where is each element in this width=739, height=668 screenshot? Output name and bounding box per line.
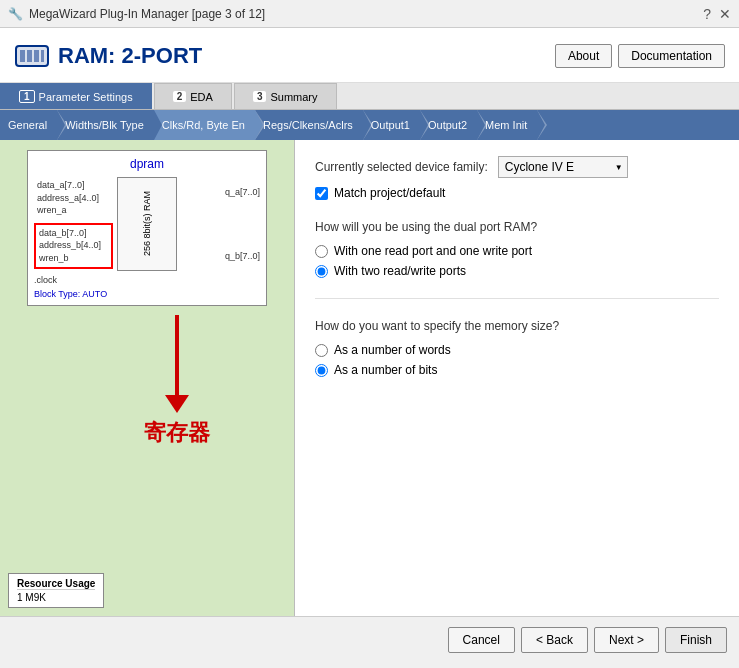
tab-parameter-settings[interactable]: 1 Parameter Settings xyxy=(0,83,152,109)
question-2: How do you want to specify the memory si… xyxy=(315,319,719,333)
arrow-label: 寄存器 xyxy=(144,418,210,448)
breadcrumb-row: General Widths/Blk Type Clks/Rd, Byte En… xyxy=(0,110,739,140)
breadcrumb-output2[interactable]: Output2 xyxy=(420,110,477,140)
radio-two-readwrite-label[interactable]: With two read/write ports xyxy=(334,264,466,278)
main-content: dpram data_a[7..0] address_a[4..0] wren_… xyxy=(0,140,739,616)
breadcrumb-widths[interactable]: Widths/Blk Type xyxy=(57,110,154,140)
block-type: Block Type: AUTO xyxy=(34,289,260,299)
output-b: q_b[7..0] xyxy=(181,251,260,261)
arrow-container: 寄存器 xyxy=(0,315,294,448)
svg-rect-4 xyxy=(34,50,39,62)
ram-icon xyxy=(14,38,50,74)
radio-num-bits-label[interactable]: As a number of bits xyxy=(334,363,437,377)
wren-a: wren_a xyxy=(37,204,110,217)
tab-summary[interactable]: 3 Summary xyxy=(234,83,337,109)
arrow-line xyxy=(175,315,179,395)
breadcrumb-mem-init[interactable]: Mem Init xyxy=(477,110,537,140)
dpram-title: dpram xyxy=(34,157,260,171)
breadcrumb-general[interactable]: General xyxy=(0,110,57,140)
about-button[interactable]: About xyxy=(555,44,612,68)
question-1: How will you be using the dual port RAM? xyxy=(315,220,719,234)
dpram-diagram: dpram data_a[7..0] address_a[4..0] wren_… xyxy=(27,150,267,306)
radio-two-readwrite[interactable]: With two read/write ports xyxy=(315,264,719,278)
resource-value: 1 M9K xyxy=(17,592,95,603)
right-panel: Currently selected device family: Cyclon… xyxy=(295,140,739,616)
header: RAM: 2-PORT About Documentation xyxy=(0,28,739,83)
match-checkbox-row: Match project/default xyxy=(315,186,719,200)
back-button[interactable]: < Back xyxy=(521,627,588,653)
app-icon: 🔧 xyxy=(8,7,23,21)
finish-button[interactable]: Finish xyxy=(665,627,727,653)
breadcrumb-regs[interactable]: Regs/Clkens/Aclrs xyxy=(255,110,363,140)
ram-label: 256 8bit(s) RAM xyxy=(142,191,153,256)
documentation-button[interactable]: Documentation xyxy=(618,44,725,68)
bottom-bar: Cancel < Back Next > Finish xyxy=(0,616,739,662)
next-button[interactable]: Next > xyxy=(594,627,659,653)
match-checkbox[interactable] xyxy=(315,187,328,200)
section-divider xyxy=(315,298,719,299)
port-b-group: data_b[7..0] address_b[4..0] wren_b xyxy=(34,223,113,269)
tab-summary-label: Summary xyxy=(270,91,317,103)
title-bar-text: MegaWizard Plug-In Manager [page 3 of 12… xyxy=(29,7,265,21)
radio-num-words-label[interactable]: As a number of words xyxy=(334,343,451,357)
output-a: q_a[7..0] xyxy=(181,187,260,197)
close-button[interactable]: ✕ xyxy=(719,6,731,22)
arrow-head xyxy=(165,395,189,413)
address-a: address_a[4..0] xyxy=(37,192,110,205)
data-b: data_b[7..0] xyxy=(39,227,108,240)
radio-num-bits[interactable]: As a number of bits xyxy=(315,363,719,377)
left-panel: dpram data_a[7..0] address_a[4..0] wren_… xyxy=(0,140,295,616)
match-checkbox-label[interactable]: Match project/default xyxy=(334,186,445,200)
tabs-row: 1 Parameter Settings 2 EDA 3 Summary xyxy=(0,83,739,110)
resource-title: Resource Usage xyxy=(17,578,95,590)
right-ports: q_a[7..0] q_b[7..0] xyxy=(181,177,260,271)
title-bar: 🔧 MegaWizard Plug-In Manager [page 3 of … xyxy=(0,0,739,28)
help-button[interactable]: ? xyxy=(703,6,711,22)
device-family-select[interactable]: Cyclone IV E xyxy=(498,156,628,178)
device-family-row: Currently selected device family: Cyclon… xyxy=(315,156,719,178)
left-ports: data_a[7..0] address_a[4..0] wren_a data… xyxy=(34,177,113,271)
wren-b: wren_b xyxy=(39,252,108,265)
tab-eda[interactable]: 2 EDA xyxy=(154,83,232,109)
device-family-label: Currently selected device family: xyxy=(315,160,488,174)
header-title: RAM: 2-PORT xyxy=(14,38,202,74)
breadcrumb-output1[interactable]: Output1 xyxy=(363,110,420,140)
data-a: data_a[7..0] xyxy=(37,179,110,192)
radio-one-read-write-label[interactable]: With one read port and one write port xyxy=(334,244,532,258)
radio-one-read-write[interactable]: With one read port and one write port xyxy=(315,244,719,258)
radio-num-words[interactable]: As a number of words xyxy=(315,343,719,357)
svg-rect-3 xyxy=(27,50,32,62)
device-family-select-wrapper[interactable]: Cyclone IV E xyxy=(498,156,628,178)
cancel-button[interactable]: Cancel xyxy=(448,627,515,653)
ram-block: 256 8bit(s) RAM xyxy=(117,177,177,271)
svg-rect-2 xyxy=(20,50,25,62)
address-b: address_b[4..0] xyxy=(39,239,108,252)
breadcrumb-clks[interactable]: Clks/Rd, Byte En xyxy=(154,110,255,140)
clock-port: .clock xyxy=(34,275,260,285)
resource-box: Resource Usage 1 M9K xyxy=(8,573,104,608)
port-a-group-normal: data_a[7..0] address_a[4..0] wren_a xyxy=(34,177,113,219)
svg-rect-5 xyxy=(41,50,44,62)
header-buttons: About Documentation xyxy=(555,44,725,68)
